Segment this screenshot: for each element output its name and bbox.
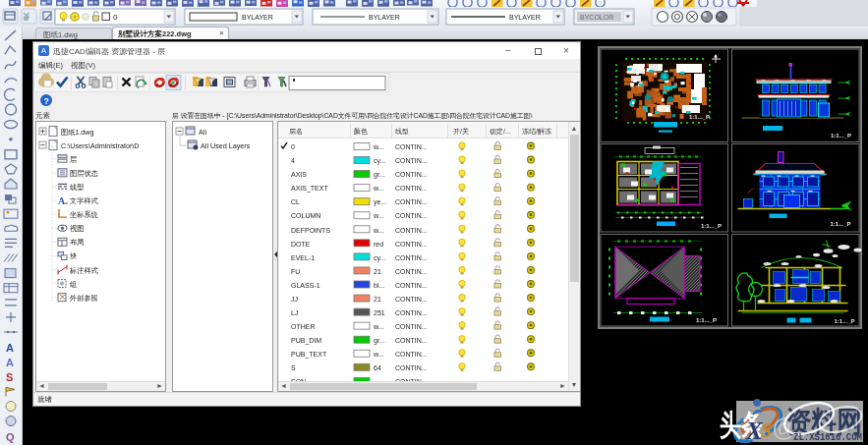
svg-text:w...: w...	[373, 185, 384, 192]
svg-text:BYLAYER: BYLAYER	[242, 14, 273, 21]
svg-text:外部参照: 外部参照	[69, 294, 98, 303]
svg-text:C:\Users\Administrator\D: C:\Users\Administrator\D	[61, 141, 139, 150]
svg-text:组: 组	[70, 280, 77, 289]
svg-text:S: S	[291, 364, 296, 371]
svg-text:线型: 线型	[70, 183, 85, 192]
svg-text:块: 块	[69, 251, 77, 260]
svg-text:COLUMN: COLUMN	[291, 212, 320, 219]
svg-text:1:1..._P: 1:1..._P	[689, 114, 710, 120]
svg-text:A: A	[58, 195, 66, 206]
svg-text:FU: FU	[291, 268, 300, 275]
svg-text:视图: 视图	[70, 224, 84, 233]
svg-text:ZL.XS1616.COM: ZL.XS1616.COM	[793, 431, 862, 443]
svg-text:CONTIN...: CONTIN...	[395, 143, 428, 150]
svg-text:cy...: cy...	[374, 157, 385, 165]
svg-text:w...: w...	[373, 351, 384, 358]
svg-text:BYCOLOR: BYCOLOR	[580, 14, 613, 21]
svg-text:CONTIN...: CONTIN...	[395, 282, 428, 289]
svg-text:CONTIN...: CONTIN...	[395, 364, 428, 371]
svg-text:PUB_DIM: PUB_DIM	[291, 337, 321, 345]
svg-text:A: A	[6, 357, 14, 368]
svg-text:21: 21	[374, 296, 381, 303]
svg-text:S: S	[761, 419, 772, 441]
svg-text:w...: w...	[373, 323, 384, 330]
svg-text:层: 层	[70, 155, 77, 164]
svg-text:4: 4	[291, 157, 295, 164]
svg-text:w...: w...	[373, 143, 384, 150]
svg-text:BYLAYER: BYLAYER	[369, 14, 400, 21]
svg-text:标注样式: 标注样式	[69, 266, 99, 275]
svg-text:EVEL-1: EVEL-1	[291, 254, 315, 261]
svg-text:PUB_TEXT: PUB_TEXT	[291, 351, 327, 359]
svg-text:cy...: cy...	[374, 254, 385, 262]
svg-text:CONTIN...: CONTIN...	[395, 351, 428, 358]
svg-text:1:1..._P: 1:1..._P	[696, 317, 717, 323]
svg-text:DEFPOINTS: DEFPOINTS	[291, 227, 330, 234]
svg-text:CONTIN...: CONTIN...	[395, 323, 428, 330]
svg-text:CONTIN...: CONTIN...	[395, 212, 428, 219]
svg-text:OTHER: OTHER	[291, 323, 316, 330]
svg-text:CONTIN...: CONTIN...	[395, 171, 428, 178]
svg-text:1:1..._P: 1:1..._P	[701, 223, 722, 229]
svg-text:1:1..._P: 1:1..._P	[831, 133, 851, 139]
svg-text:CONTIN...: CONTIN...	[395, 309, 428, 316]
svg-text:AXIS: AXIS	[291, 171, 307, 178]
svg-text:ye...: ye...	[374, 198, 386, 206]
svg-text:64: 64	[374, 364, 381, 371]
svg-text:LJ: LJ	[291, 309, 298, 316]
svg-text:文字样式: 文字样式	[70, 196, 99, 205]
svg-text:DOTE: DOTE	[291, 241, 311, 248]
svg-text:BYLAYER: BYLAYER	[509, 14, 541, 21]
svg-text:w...: w...	[373, 227, 384, 234]
svg-text:CONTIN...: CONTIN...	[395, 227, 428, 234]
svg-text:CONTIN...: CONTIN...	[395, 198, 428, 205]
svg-text:A: A	[6, 342, 14, 354]
svg-text:CL: CL	[291, 198, 300, 205]
svg-text:图层状态: 图层状态	[70, 169, 99, 178]
svg-text:CONTIN...: CONTIN...	[395, 296, 428, 303]
svg-text:GLASS-1: GLASS-1	[291, 282, 320, 289]
svg-text:CONTIN...: CONTIN...	[395, 337, 428, 344]
svg-text:w...: w...	[373, 212, 384, 219]
svg-text:CONTIN...: CONTIN...	[395, 268, 428, 275]
svg-text:21: 21	[374, 268, 381, 275]
svg-text:图纸1.dwg: 图纸1.dwg	[61, 128, 94, 137]
svg-text:1:1..._P: 1:1..._P	[831, 221, 851, 227]
svg-text:CONTIN...: CONTIN...	[395, 185, 428, 192]
svg-text:?: ?	[43, 96, 49, 106]
svg-text:CONTIN...: CONTIN...	[395, 254, 428, 261]
svg-text:坐标系统: 坐标系统	[70, 210, 99, 219]
svg-text:AXIS_TEXT: AXIS_TEXT	[291, 185, 328, 193]
svg-text:1:1..._P: 1:1..._P	[835, 318, 855, 324]
svg-text:0: 0	[291, 143, 295, 150]
svg-text:All: All	[199, 128, 206, 137]
svg-text:0: 0	[113, 13, 118, 22]
svg-text:CONTIN...: CONTIN...	[395, 157, 428, 164]
svg-text:251: 251	[374, 309, 385, 316]
svg-text:bl...: bl...	[374, 282, 384, 289]
svg-text:布局: 布局	[70, 238, 84, 247]
svg-text:gr...: gr...	[374, 337, 385, 345]
svg-text:CONTIN...: CONTIN...	[395, 241, 428, 248]
svg-text:red: red	[374, 241, 383, 248]
svg-text:Q: Q	[6, 431, 15, 443]
svg-text:JJ: JJ	[291, 296, 298, 303]
svg-text:S: S	[6, 371, 13, 383]
svg-text:gr...: gr...	[374, 171, 385, 179]
svg-text:All Used Layers: All Used Layers	[201, 141, 251, 150]
